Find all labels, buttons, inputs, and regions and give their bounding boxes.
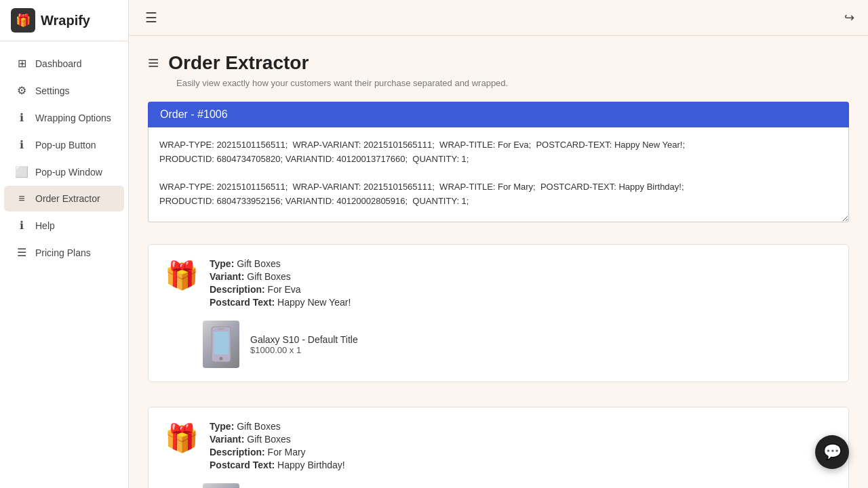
settings-nav-icon: ⚙ [15, 84, 28, 97]
sidebar-item-dashboard[interactable]: ⊞ Dashboard [4, 50, 124, 77]
sidebar-item-settings[interactable]: ⚙ Settings [4, 77, 124, 104]
wrap-postcard-0: Postcard Text: Happy New Year! [210, 297, 351, 308]
svg-rect-3 [218, 328, 224, 330]
order-extractor-icon: ≡ [148, 52, 159, 74]
wrapping-options-nav-label: Wrapping Options [35, 113, 111, 123]
order-items-container: 🎁 Type: Gift Boxes Variant: Gift Boxes D… [148, 244, 849, 488]
product-info-0: Galaxy S10 - Default Title $1000.00 x 1 [250, 334, 358, 355]
dashboard-nav-label: Dashboard [35, 58, 82, 69]
page-subtitle: Easily view exactly how your customers w… [176, 78, 849, 88]
sidebar-nav: ⊞ Dashboard ⚙ Settings ℹ Wrapping Option… [0, 41, 128, 488]
order-item-section-0: 🎁 Type: Gift Boxes Variant: Gift Boxes D… [148, 244, 849, 382]
pricing-plans-nav-icon: ☰ [15, 246, 28, 259]
wrap-info-0: 🎁 Type: Gift Boxes Variant: Gift Boxes D… [165, 258, 832, 310]
product-price-0: $1000.00 x 1 [250, 345, 358, 355]
popup-button-nav-label: Pop-up Button [35, 140, 96, 150]
wrap-type-1: Type: Gift Boxes [210, 421, 345, 432]
pricing-plans-nav-label: Pricing Plans [35, 247, 91, 258]
gift-icon-0: 🎁 [165, 260, 199, 291]
main-area: ☰ ↪ ≡ Order Extractor Easily view exactl… [129, 0, 868, 488]
exit-icon[interactable]: ↪ [844, 10, 854, 25]
popup-window-nav-icon: ⬜ [15, 165, 28, 178]
sidebar-logo[interactable]: 🎁 Wrapify [0, 0, 128, 41]
chat-icon: 💬 [823, 443, 842, 461]
wrap-details-0: Type: Gift Boxes Variant: Gift Boxes Des… [210, 258, 351, 310]
help-nav-label: Help [35, 220, 55, 231]
wrap-postcard-1: Postcard Text: Happy Birthday! [210, 460, 345, 470]
sidebar: 🎁 Wrapify ⊞ Dashboard ⚙ Settings ℹ Wrapp… [0, 0, 129, 488]
product-thumb-0 [203, 321, 239, 368]
order-item-section-1: 🎁 Type: Gift Boxes Variant: Gift Boxes D… [148, 407, 849, 488]
order-extractor-nav-label: Order Extractor [35, 193, 100, 204]
sidebar-item-order-extractor[interactable]: ≡ Order Extractor [4, 186, 124, 211]
sidebar-item-wrapping-options[interactable]: ℹ Wrapping Options [4, 104, 124, 131]
popup-window-nav-label: Pop-up Window [35, 167, 102, 178]
wrap-description-1: Description: For Mary [210, 447, 345, 458]
wrap-description-0: Description: For Eva [210, 284, 351, 295]
sidebar-item-pricing-plans[interactable]: ☰ Pricing Plans [4, 239, 124, 266]
wrapping-options-nav-icon: ℹ [15, 111, 28, 124]
popup-button-nav-icon: ℹ [15, 138, 28, 151]
svg-rect-1 [214, 331, 229, 354]
gift-icon-1: 🎁 [165, 422, 199, 454]
sidebar-item-popup-button[interactable]: ℹ Pop-up Button [4, 131, 124, 158]
logo-text: Wrapify [41, 13, 90, 28]
wrap-info-1: 🎁 Type: Gift Boxes Variant: Gift Boxes D… [165, 421, 832, 472]
help-nav-icon: ℹ [15, 219, 28, 232]
logo-icon: 🎁 [11, 8, 35, 33]
main-header: ☰ ↪ [129, 0, 868, 36]
order-header-bar: Order - #1006 [148, 102, 849, 127]
product-item-1: IphoneX - Default Title $1000.00 x 1 [203, 483, 832, 488]
order-extractor-nav-icon: ≡ [15, 192, 28, 205]
wrap-variant-0: Variant: Gift Boxes [210, 271, 351, 282]
wrap-type-0: Type: Gift Boxes [210, 258, 351, 269]
page-title: Order Extractor [168, 52, 309, 74]
wrap-details-1: Type: Gift Boxes Variant: Gift Boxes Des… [210, 421, 345, 472]
settings-nav-label: Settings [35, 85, 70, 96]
sidebar-item-popup-window[interactable]: ⬜ Pop-up Window [4, 159, 124, 185]
main-content: ≡ Order Extractor Easily view exactly ho… [129, 36, 868, 488]
product-name-0: Galaxy S10 - Default Title [250, 334, 358, 345]
wrap-variant-1: Variant: Gift Boxes [210, 434, 345, 445]
page-title-area: ≡ Order Extractor [148, 52, 849, 74]
chat-widget[interactable]: 💬 [815, 435, 849, 469]
dashboard-nav-icon: ⊞ [15, 57, 28, 70]
raw-data-textarea[interactable] [148, 127, 849, 222]
product-thumb-1 [203, 483, 239, 488]
sidebar-item-help[interactable]: ℹ Help [4, 212, 124, 239]
hamburger-menu[interactable]: ☰ [142, 7, 160, 28]
svg-point-2 [220, 357, 223, 361]
product-item-0: Galaxy S10 - Default Title $1000.00 x 1 [203, 321, 832, 368]
